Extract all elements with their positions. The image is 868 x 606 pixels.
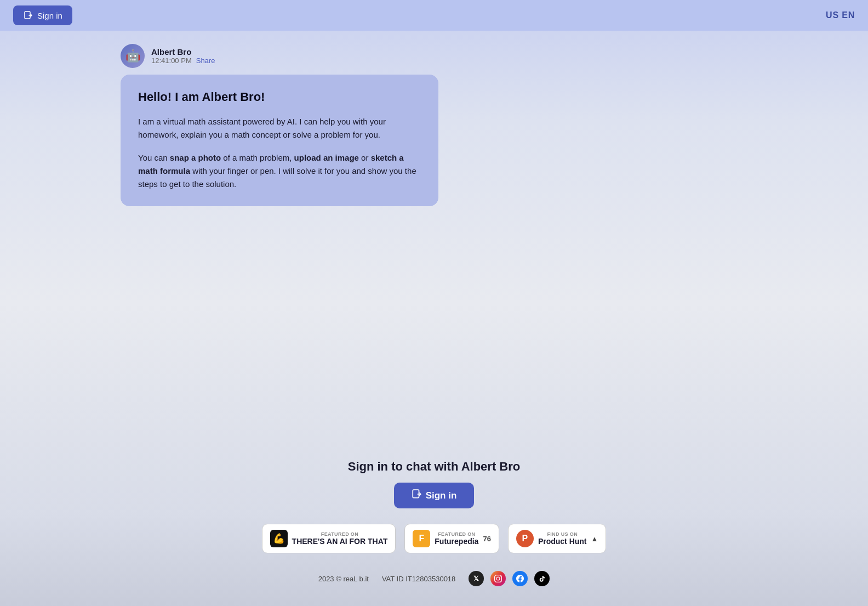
footer-copyright: 2023 © reaL b.it	[318, 575, 369, 583]
social-icons: 𝕏	[469, 571, 550, 586]
avatar-image: 🤖	[121, 44, 145, 68]
user-name: Albert Bro	[151, 47, 215, 56]
badge-futurepedia[interactable]: F Featured on Futurepedia 76	[404, 524, 499, 553]
sign-in-icon	[23, 10, 33, 20]
badge-ph-icon: P	[516, 530, 534, 547]
header-sign-in-label: Sign in	[37, 11, 62, 20]
main-sign-in-label: Sign in	[426, 490, 457, 501]
badge-product-hunt[interactable]: P FIND US ON Product Hunt ▲	[508, 524, 607, 553]
badge-ph-small-text: FIND US ON	[538, 531, 587, 537]
user-meta: 12:41:00 PM Share	[151, 56, 215, 65]
badge-futurepedia-icon: F	[413, 530, 430, 547]
twitter-x-icon[interactable]: 𝕏	[469, 571, 484, 586]
main-content: 🤖 Albert Bro 12:41:00 PM Share Hello! I …	[0, 31, 868, 438]
facebook-icon[interactable]	[512, 571, 528, 586]
badge-futurepedia-number: 76	[483, 535, 490, 543]
chat-p2-snap: snap a photo	[170, 153, 221, 162]
badge-futurepedia-text: Featured on Futurepedia	[435, 531, 478, 546]
badge-futurepedia-small-text: Featured on	[435, 531, 478, 537]
badge-ai-text: FEATURED ON THERE'S AN AI FOR THAT	[292, 531, 388, 546]
badge-ph-arrow: ▲	[591, 535, 598, 543]
main-sign-in-button[interactable]: Sign in	[394, 483, 475, 508]
footer-vat: VAT ID IT12803530018	[382, 575, 455, 583]
main-sign-in-icon	[412, 489, 421, 502]
user-timestamp: 12:41:00 PM	[151, 56, 192, 65]
badge-ai-small-text: FEATURED ON	[292, 531, 388, 537]
instagram-icon[interactable]	[490, 571, 506, 586]
chat-p2-mid2: or	[359, 153, 371, 162]
avatar: 🤖	[121, 44, 145, 68]
chat-p2-mid1: of a math problem,	[221, 153, 294, 162]
locale-label[interactable]: US EN	[826, 10, 855, 20]
user-row: 🤖 Albert Bro 12:41:00 PM Share	[121, 44, 868, 68]
tiktok-icon[interactable]	[534, 571, 550, 586]
badge-futurepedia-big-text: Futurepedia	[435, 537, 478, 546]
chat-p2-start: You can	[138, 153, 170, 162]
share-link[interactable]: Share	[196, 56, 215, 65]
chat-paragraph1: I am a virtual math assistant powered by…	[138, 115, 421, 141]
badge-row: 💪 FEATURED ON THERE'S AN AI FOR THAT F F…	[0, 524, 868, 553]
chat-title: Hello! I am Albert Bro!	[138, 90, 421, 104]
chat-bubble: Hello! I am Albert Bro! I am a virtual m…	[121, 75, 438, 206]
header-sign-in-button[interactable]: Sign in	[13, 5, 72, 25]
footer-cta-text: Sign in to chat with Albert Bro	[0, 460, 868, 474]
badge-ai-for-that[interactable]: 💪 FEATURED ON THERE'S AN AI FOR THAT	[262, 524, 396, 553]
avatar-emoji: 🤖	[125, 49, 140, 63]
badge-ai-big-text: THERE'S AN AI FOR THAT	[292, 537, 388, 546]
badge-ph-text: FIND US ON Product Hunt	[538, 531, 587, 546]
header: Sign in US EN	[0, 0, 868, 31]
chat-p2-upload: upload an image	[294, 153, 359, 162]
user-info: Albert Bro 12:41:00 PM Share	[151, 47, 215, 65]
chat-paragraph2: You can snap a photo of a math problem, …	[138, 151, 421, 191]
badge-ph-big-text: Product Hunt	[538, 537, 587, 546]
footer-links: 2023 © reaL b.it VAT ID IT12803530018 𝕏	[0, 564, 868, 595]
footer-cta: Sign in to chat with Albert Bro Sign in …	[0, 438, 868, 606]
badge-ai-icon: 💪	[270, 530, 288, 547]
